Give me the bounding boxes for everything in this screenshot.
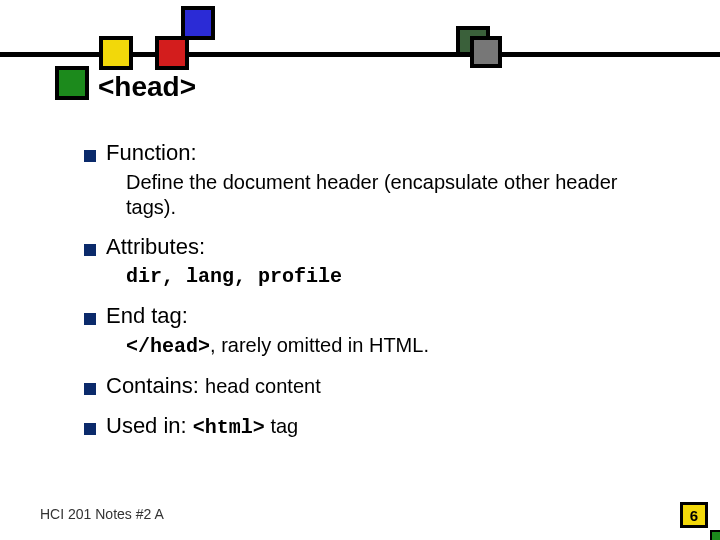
bullet-icon bbox=[84, 244, 96, 256]
code-snippet: </head> bbox=[126, 335, 210, 358]
item-attributes: Attributes: dir, lang, profile bbox=[84, 234, 664, 289]
deco-square-yellow bbox=[99, 36, 133, 70]
slide-body: Function: Define the document header (en… bbox=[84, 140, 664, 453]
slide-title: <head> bbox=[98, 71, 196, 103]
item-body: head content bbox=[205, 375, 321, 397]
text-rest: tag bbox=[265, 415, 298, 437]
item-end-tag: End tag: </head>, rarely omitted in HTML… bbox=[84, 303, 664, 359]
page-number-badge: 6 bbox=[680, 502, 708, 528]
item-body: dir, lang, profile bbox=[126, 264, 664, 289]
item-body: Define the document header (encapsulate … bbox=[126, 170, 664, 220]
deco-square-green bbox=[55, 66, 89, 100]
deco-square-red bbox=[155, 36, 189, 70]
text-rest: , rarely omitted in HTML. bbox=[210, 334, 429, 356]
deco-square-blue bbox=[181, 6, 215, 40]
item-label: Attributes: bbox=[106, 234, 205, 260]
page-number: 6 bbox=[690, 507, 698, 524]
item-label: Function: bbox=[106, 140, 197, 166]
item-used-in: Used in: <html> tag bbox=[84, 413, 664, 439]
item-label: Contains: bbox=[106, 373, 205, 398]
bullet-icon bbox=[84, 423, 96, 435]
item-contains: Contains: head content bbox=[84, 373, 664, 399]
item-label: End tag: bbox=[106, 303, 188, 329]
item-label: Used in: bbox=[106, 413, 193, 438]
item-function: Function: Define the document header (en… bbox=[84, 140, 664, 220]
bullet-icon bbox=[84, 313, 96, 325]
footer-note: HCI 201 Notes #2 A bbox=[40, 506, 164, 522]
code-snippet: <html> bbox=[193, 416, 265, 439]
item-body: </head>, rarely omitted in HTML. bbox=[126, 333, 664, 359]
bullet-icon bbox=[84, 383, 96, 395]
deco-square-gray bbox=[470, 36, 502, 68]
bullet-icon bbox=[84, 150, 96, 162]
deco-corner-green bbox=[710, 530, 720, 540]
